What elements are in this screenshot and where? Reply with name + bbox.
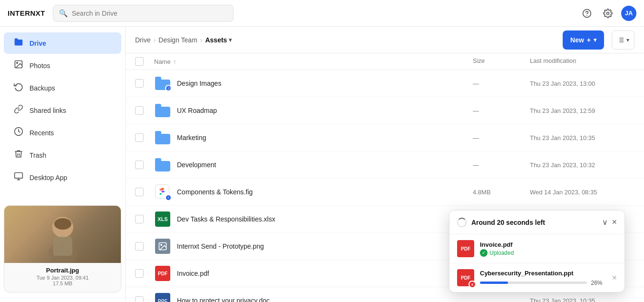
table-row[interactable]: Design Images — Thu 23 Jan 2023, 13:00 (126, 70, 644, 97)
content-area: Drive › Design Team › Assets ▾ New + ▾ (126, 27, 644, 302)
breadcrumb-sep1: › (154, 36, 156, 44)
sidebar-item-recents[interactable]: Recents (4, 122, 121, 143)
topbar: INTERNXT 🔍 JA (0, 0, 644, 27)
file-name: Marketing (177, 134, 206, 141)
upload-check-icon: ✓ (480, 249, 488, 257)
popup-pdf-icon: PDF (457, 240, 474, 257)
row-checkbox[interactable] (135, 133, 154, 142)
header-name[interactable]: Name ↑ (154, 57, 473, 66)
popup-file-name-2: Cybersecurity_Presentation.ppt (480, 270, 602, 277)
breadcrumb-drive[interactable]: Drive (135, 36, 151, 44)
file-name-cell: PDF Invoice.pdf (154, 265, 473, 282)
file-name-cell: Internxt Send - Prototype.png (154, 238, 473, 255)
file-size: — (473, 134, 530, 141)
table-row[interactable]: Components & Tokens.fig 4.8MB Wed 14 Jan… (126, 179, 644, 206)
sidebar-item-trash[interactable]: Trash (4, 144, 121, 166)
recents-icon (13, 127, 24, 139)
loading-spinner (457, 218, 467, 227)
popup-item-cybersecurity: PDF Cybersecurity_Presentation.ppt 26% × (449, 263, 624, 292)
view-toggle-button[interactable]: ▾ (612, 30, 634, 50)
preview-card: Portrait.jpg Tue 9 Jan 2023, 09:41 17.5 … (4, 205, 121, 292)
file-name-cell: Components & Tokens.fig (154, 183, 473, 201)
row-checkbox[interactable] (135, 215, 154, 223)
fig-icon-container (154, 183, 171, 201)
file-date: Wed 14 Jan 2023, 08:35 (530, 189, 634, 196)
new-button[interactable]: New + ▾ (563, 30, 604, 50)
preview-image (4, 206, 121, 263)
preview-info: Portrait.jpg Tue 9 Jan 2023, 09:41 17.5 … (4, 263, 121, 286)
file-name: Dev Tasks & Responsibilities.xlsx (177, 215, 275, 223)
breadcrumb-design-team[interactable]: Design Team (158, 36, 197, 44)
file-name-cell: UX Roadmap (154, 102, 473, 119)
preview-filename: Portrait.jpg (10, 267, 115, 274)
search-input[interactable] (72, 10, 227, 17)
sidebar-item-drive[interactable]: Drive (4, 32, 121, 54)
popup-file-name: Invoice.pdf (480, 241, 617, 248)
sidebar-item-label: Backups (29, 84, 55, 92)
sidebar-item-desktop-app[interactable]: Desktop App (4, 167, 121, 188)
new-button-label: New (570, 36, 584, 44)
folder-icon-container (154, 75, 171, 92)
header-size[interactable]: Size (473, 57, 530, 66)
popup-header: Around 20 seconds left ∨ × (449, 211, 624, 234)
sidebar-item-label: Photos (29, 62, 50, 70)
select-all-checkbox[interactable] (135, 57, 144, 66)
row-checkbox[interactable] (135, 161, 154, 169)
preview-date: Tue 9 Jan 2023, 09:41 (10, 275, 115, 281)
search-bar[interactable]: 🔍 (53, 5, 234, 22)
row-checkbox[interactable] (135, 79, 154, 88)
sidebar-item-backups[interactable]: Backups (4, 77, 121, 99)
download-indicator (468, 281, 476, 288)
sidebar-item-photos[interactable]: Photos (4, 55, 121, 76)
svg-rect-6 (15, 173, 23, 179)
folder-icon-container (154, 129, 171, 146)
progress-bar-container: 26% (480, 280, 602, 286)
file-size: — (473, 161, 530, 169)
file-size: — (473, 107, 530, 114)
svg-point-2 (607, 12, 609, 14)
table-row[interactable]: Development — Thu 23 Jan 2023, 10:32 (126, 151, 644, 179)
png-icon-container (154, 238, 171, 255)
file-name: Components & Tokens.fig (177, 188, 253, 196)
avatar[interactable]: JA (621, 6, 636, 21)
file-date: Thu 23 Jan 2023, 10:32 (530, 161, 634, 169)
header-date[interactable]: Last modification (530, 57, 634, 66)
popup-file-status: ✓ Uploaded (480, 249, 617, 257)
row-checkbox[interactable] (135, 106, 154, 115)
xlsx-icon-container: XLS (154, 211, 171, 228)
content-header: Drive › Design Team › Assets ▾ New + ▾ (126, 27, 644, 53)
file-name: Invoice.pdf (177, 270, 209, 277)
popup-item-close-button[interactable]: × (612, 273, 617, 283)
drive-icon (13, 37, 24, 49)
sidebar-item-shared-links[interactable]: Shared links (4, 100, 121, 121)
help-button[interactable] (579, 6, 595, 21)
file-size: 4.8MB (473, 189, 530, 196)
row-checkbox[interactable] (135, 188, 154, 196)
file-list-header: Name ↑ Size Last modification (126, 53, 644, 70)
preview-size: 17.5 MB (10, 281, 115, 286)
settings-button[interactable] (600, 6, 615, 21)
header-checkbox[interactable] (135, 57, 154, 66)
svg-point-4 (17, 62, 18, 64)
new-button-chevron-icon: ▾ (594, 37, 596, 43)
breadcrumb-current[interactable]: Assets ▾ (205, 36, 232, 44)
popup-collapse-button[interactable]: ∨ (602, 218, 608, 227)
row-checkbox[interactable] (135, 242, 154, 251)
file-date: Thu 23 Jan 2023, 13:00 (530, 80, 634, 87)
progress-percentage: 26% (591, 280, 602, 286)
topbar-icons: JA (579, 6, 636, 21)
row-checkbox[interactable] (135, 269, 154, 278)
main-layout: Drive Photos Backups Shared links Recent… (0, 27, 644, 302)
table-row[interactable]: Marketing — Thu 23 Jan 2023, 10:35 (126, 124, 644, 151)
svg-rect-12 (53, 237, 72, 256)
row-checkbox[interactable] (135, 296, 154, 302)
desktop-app-icon (13, 171, 24, 183)
file-name: Development (177, 161, 216, 169)
png-icon (155, 239, 170, 254)
file-size: — (473, 80, 530, 87)
sidebar: Drive Photos Backups Shared links Recent… (0, 27, 126, 302)
popup-close-button[interactable]: × (612, 217, 617, 227)
file-name: How to protect your privacy.doc (177, 297, 270, 302)
table-row[interactable]: UX Roadmap — Thu 23 Jan 2023, 12:59 (126, 97, 644, 124)
popup-title: Around 20 seconds left (471, 219, 597, 226)
